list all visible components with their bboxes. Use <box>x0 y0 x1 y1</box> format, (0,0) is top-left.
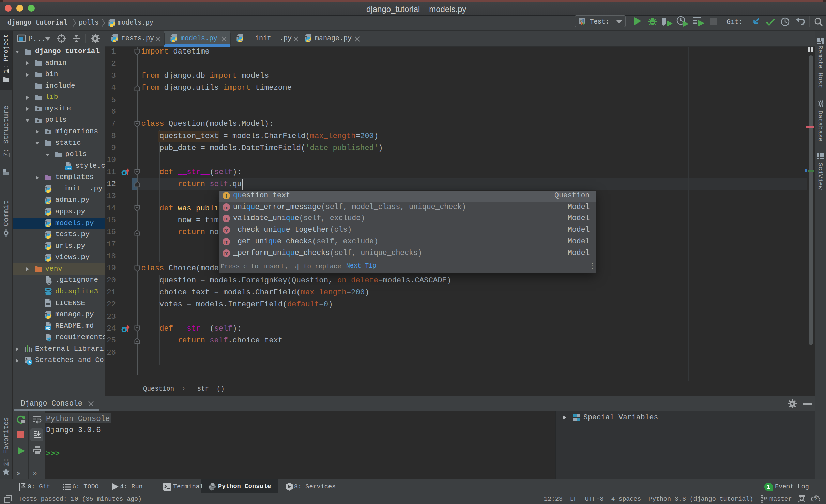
svg-text:?: ? <box>814 496 817 501</box>
svg-text:css: css <box>65 167 71 170</box>
svg-text:MD: MD <box>46 327 50 330</box>
